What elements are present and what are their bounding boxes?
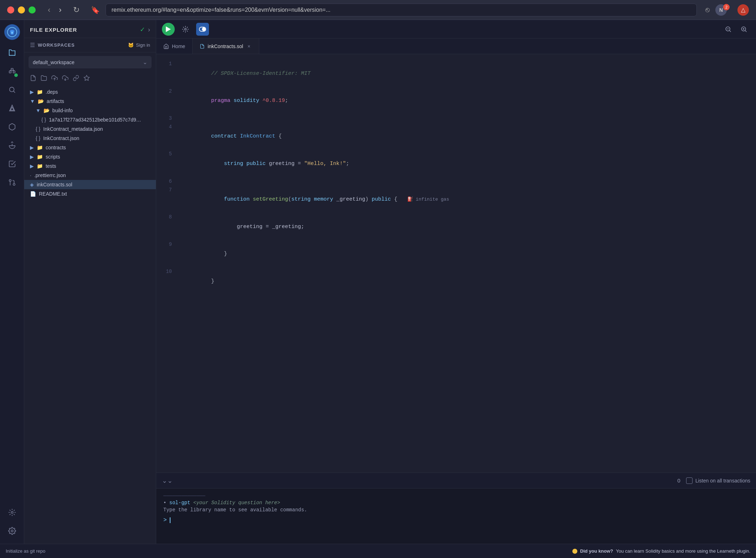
svg-marker-20 — [166, 26, 171, 32]
workspace-dropdown-icon: ⌄ — [143, 59, 147, 66]
file-tree-item-build-info[interactable]: ▼ 📂 build-info — [24, 106, 156, 115]
folder-icon: ▶ — [30, 145, 34, 150]
code-token: ; — [285, 98, 288, 104]
link-button[interactable] — [73, 75, 79, 83]
upload-button[interactable] — [51, 75, 58, 83]
line-number: 6 — [162, 177, 179, 186]
sidebar-item-solidity-compiler[interactable] — [4, 100, 21, 117]
code-token: contract — [211, 133, 237, 139]
checkbox-icon — [686, 477, 693, 484]
console-count: 0 — [678, 477, 680, 484]
bullet-icon: • — [163, 500, 169, 506]
file-name: build-info — [52, 108, 73, 113]
file-tree-item-deps[interactable]: ▶ 📁 .deps — [24, 87, 156, 97]
code-editor[interactable]: 1 // SPDX-License-Identifier: MIT 2 prag… — [156, 54, 756, 472]
console-collapse-button[interactable]: ⌄⌄ — [162, 477, 173, 485]
line-number: 7 — [162, 186, 179, 195]
new-folder-button[interactable] — [41, 75, 47, 83]
svg-point-16 — [11, 530, 13, 532]
file-name: InkContract.json — [43, 135, 79, 141]
new-file-button[interactable] — [30, 75, 36, 83]
code-token: ^0.8.19 — [262, 98, 285, 104]
listen-all-transactions-checkbox[interactable]: Listen on all transactions — [686, 477, 750, 484]
close-window-button[interactable] — [7, 6, 14, 14]
url-bar[interactable]: remix.ethereum.org/#lang=en&optimize=fal… — [106, 4, 697, 16]
github-icon: 🐱 — [128, 42, 134, 48]
line-content: contract InkContract { — [179, 123, 750, 150]
file-tree-item-inkcontract-json[interactable]: { } InkContract.json — [24, 134, 156, 143]
toggle-button[interactable] — [196, 23, 209, 36]
file-tree-item-readme[interactable]: 📄 README.txt — [24, 189, 156, 198]
tab-inkcontracts[interactable]: inkContracts.sol × — [193, 38, 259, 54]
json-icon: { } — [36, 135, 40, 141]
file-tree-item-buildinfo-json[interactable]: { } 1a7a17f277ad342512bebe101d57c7d9.... — [24, 115, 156, 124]
sidebar-bottom — [4, 504, 21, 539]
tab-home[interactable]: Home — [156, 38, 193, 54]
sidebar-item-settings[interactable] — [4, 522, 21, 539]
code-token — [243, 161, 246, 167]
file-tree-item-scripts[interactable]: ▶ 📁 scripts — [24, 152, 156, 161]
run-button[interactable] — [162, 23, 175, 36]
file-name: InkContract_metadata.json — [43, 126, 103, 132]
txt-icon: 📄 — [30, 191, 36, 197]
sidebar-item-search[interactable] — [4, 81, 21, 98]
code-token: _greeting — [333, 196, 365, 202]
sign-in-button[interactable]: 🐱 Sign in — [128, 42, 150, 48]
sidebar-item-plugins[interactable] — [4, 63, 21, 80]
json-icon: { } — [41, 117, 46, 123]
editor-area: Home inkContracts.sol × 1 // SPDX-Licens… — [156, 20, 756, 544]
dot-icon: · — [30, 172, 31, 178]
reload-button[interactable]: ↻ — [70, 4, 82, 16]
console-library-hint: Type the library name to see available c… — [163, 507, 749, 513]
sidebar-item-plugin-manager[interactable] — [4, 504, 21, 521]
line-content: // SPDX-License-Identifier: MIT — [179, 60, 750, 87]
download-button[interactable] — [62, 75, 68, 83]
maximize-window-button[interactable] — [29, 6, 36, 14]
file-tree-item-inkcontracts-sol[interactable]: ◈ inkContracts.sol — [24, 180, 156, 189]
sidebar-item-debug[interactable] — [4, 137, 21, 154]
code-token: pragma — [211, 98, 230, 104]
line-content: } — [179, 268, 750, 295]
folder-icon: ▶ — [30, 89, 34, 95]
icon-sidebar — [0, 20, 24, 544]
code-line-9: 9 } — [156, 241, 756, 268]
console-input-cursor[interactable] — [170, 517, 170, 523]
file-check-button[interactable]: ✓ — [140, 26, 145, 33]
file-tree-item-contracts[interactable]: ▶ 📁 contracts — [24, 143, 156, 152]
bookmark-button[interactable]: 🔖 — [91, 6, 100, 14]
tab-close-button[interactable]: × — [246, 43, 252, 50]
file-tree-item-prettierrc[interactable]: · .prettierrc.json — [24, 171, 156, 180]
file-tree-item-artifacts[interactable]: ▼ 📂 artifacts — [24, 97, 156, 106]
sidebar-item-git[interactable] — [4, 174, 21, 191]
code-line-8: 8 greeting = _greeting; — [156, 213, 756, 241]
console-prompt-line: > — [163, 517, 749, 523]
share-button[interactable]: ⎋ — [705, 6, 710, 14]
zoom-out-button[interactable] — [722, 23, 735, 36]
contract-icon-button[interactable] — [179, 23, 192, 36]
git-init-button[interactable] — [83, 75, 90, 83]
notification-badge: 2 — [723, 4, 730, 10]
file-tree-item-metadata-json[interactable]: { } InkContract_metadata.json — [24, 124, 156, 134]
forward-button[interactable]: › — [56, 4, 64, 16]
sidebar-item-deploy[interactable] — [4, 118, 21, 135]
code-line-5: 5 string public greeting = "Hello, Ink!"… — [156, 150, 756, 177]
code-token — [275, 133, 279, 139]
workspace-selector[interactable]: default_workspace ⌄ — [29, 56, 152, 68]
file-toolbar — [24, 72, 156, 86]
code-token: ; — [346, 161, 349, 167]
minimize-window-button[interactable] — [18, 6, 25, 14]
back-button[interactable]: ‹ — [45, 4, 53, 16]
file-name: inkContracts.sol — [37, 182, 72, 187]
git-init-status[interactable]: Initialize as git repo — [6, 548, 45, 554]
plugin-badge — [14, 73, 19, 78]
code-token — [368, 196, 372, 202]
file-tree-item-tests[interactable]: ▶ 📁 tests — [24, 161, 156, 171]
code-token: ( — [288, 196, 291, 202]
zoom-in-button[interactable] — [737, 23, 750, 36]
file-panel-actions: ✓ › — [140, 26, 150, 33]
file-arrow-button[interactable]: › — [148, 26, 150, 33]
sidebar-item-files[interactable] — [4, 44, 21, 61]
line-content: string public greeting = "Hello, Ink!"; — [179, 150, 750, 177]
sidebar-item-unit-test[interactable] — [4, 155, 21, 172]
code-line-6: 6 — [156, 177, 756, 186]
